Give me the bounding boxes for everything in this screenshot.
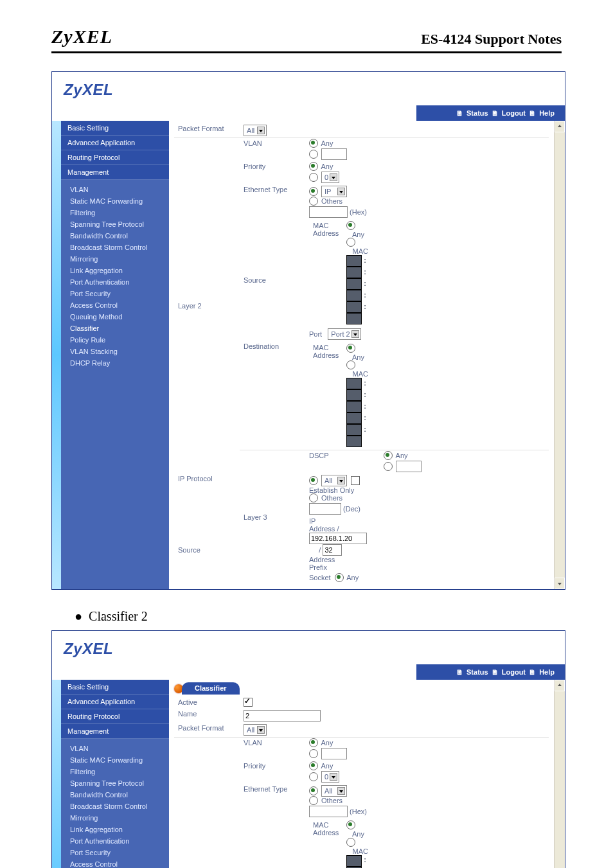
- vlan-id-radio2[interactable]: [309, 749, 318, 758]
- source-label2: Source: [240, 819, 305, 868]
- sidebar-sub-vlan[interactable]: VLAN: [61, 184, 169, 195]
- priority-select2[interactable]: 0: [321, 771, 339, 783]
- scroll-up-button-2[interactable]: [555, 680, 565, 691]
- src-mac-input[interactable]: :::::: [346, 256, 368, 322]
- sidebar-item-management[interactable]: Management: [61, 165, 169, 180]
- pf-select2[interactable]: All: [244, 724, 267, 736]
- eth-other-radio[interactable]: [309, 197, 318, 206]
- scroll-up-button[interactable]: [555, 121, 565, 132]
- ipp-all-radio[interactable]: [309, 476, 318, 485]
- sidebar-item-advanced-2[interactable]: Advanced Application: [61, 695, 169, 709]
- sidebar-sub-filter[interactable]: Filtering: [61, 207, 169, 218]
- header-links: 🗎 Status 🗎 Logout 🗎 Help: [416, 105, 565, 121]
- sidebar-item-management-2[interactable]: Management: [61, 724, 169, 739]
- vertical-scrollbar[interactable]: [554, 121, 565, 589]
- pri-val-radio2[interactable]: [309, 772, 318, 781]
- sidebar-sub-linkagg[interactable]: Link Aggregation: [61, 265, 169, 276]
- sb2-stp[interactable]: Spanning Tree Protocol: [61, 777, 169, 789]
- src-prefix-input[interactable]: [323, 544, 342, 556]
- status-link[interactable]: 🗎 Status: [456, 109, 488, 117]
- sidebar-sub-portauth[interactable]: Port Authentication: [61, 276, 169, 288]
- packet-format-select[interactable]: All: [244, 125, 267, 136]
- sidebar-item-basic-2[interactable]: Basic Setting: [61, 680, 169, 695]
- logout-link[interactable]: 🗎 Logout: [492, 109, 526, 117]
- ipp-other-radio[interactable]: [309, 493, 318, 502]
- sidebar-sub-policy[interactable]: Policy Rule: [61, 334, 169, 346]
- sb2-access[interactable]: Access Control: [61, 858, 169, 868]
- sb2-filter[interactable]: Filtering: [61, 766, 169, 777]
- sidebar-sub-mirror[interactable]: Mirroring: [61, 253, 169, 265]
- eth-all-radio2[interactable]: [309, 786, 318, 795]
- sidebar-sub-bw[interactable]: Bandwidth Control: [61, 230, 169, 242]
- sb2-mirror[interactable]: Mirroring: [61, 812, 169, 824]
- sb2-vlan[interactable]: VLAN: [61, 743, 169, 754]
- sb2-linkagg[interactable]: Link Aggregation: [61, 824, 169, 835]
- scroll-down-button[interactable]: [555, 578, 565, 589]
- dscp-any-radio[interactable]: [384, 451, 393, 460]
- dscp-val-radio[interactable]: [384, 462, 393, 471]
- dscp-label: DSCP: [305, 450, 380, 474]
- side-stripe-2: [52, 680, 61, 868]
- ipp-other-input[interactable]: [309, 503, 341, 515]
- pri-any-radio[interactable]: [309, 162, 318, 171]
- help-link-2[interactable]: 🗎 Help: [529, 668, 555, 676]
- eth-ip-radio[interactable]: [309, 187, 318, 196]
- sidebar-sub-queue[interactable]: Queuing Method: [61, 311, 169, 323]
- sb2-portsec[interactable]: Port Security: [61, 847, 169, 858]
- eth-other-input2[interactable]: [309, 806, 348, 817]
- vlan-any-radio[interactable]: [309, 139, 318, 148]
- src-mac-radio[interactable]: [346, 238, 355, 247]
- eth-select[interactable]: IP: [321, 186, 347, 197]
- eth-other-radio2[interactable]: [309, 796, 318, 805]
- classifier-tab[interactable]: Classifier: [182, 682, 240, 695]
- active-check[interactable]: [244, 698, 253, 707]
- pri-val-radio[interactable]: [309, 173, 318, 182]
- src-mac-radio2[interactable]: [346, 838, 355, 847]
- sidebar-sub-smac[interactable]: Static MAC Forwarding: [61, 195, 169, 207]
- ipp-select[interactable]: All: [321, 475, 347, 486]
- vlan-id-radio[interactable]: [309, 150, 318, 159]
- sidebar-sub-bcast[interactable]: Broadcast Storm Control: [61, 242, 169, 253]
- src-mac-any-radio[interactable]: [346, 221, 355, 230]
- vlan-any-radio2[interactable]: [309, 738, 318, 747]
- sb2-portauth[interactable]: Port Authentication: [61, 835, 169, 847]
- sidebar-sub-vlanstack[interactable]: VLAN Stacking: [61, 346, 169, 357]
- sidebar-sub-access[interactable]: Access Control: [61, 299, 169, 311]
- dscp-input[interactable]: [396, 461, 422, 472]
- name-input[interactable]: [244, 710, 321, 722]
- src-port-select[interactable]: Port 2: [328, 328, 360, 340]
- src-ip-input[interactable]: [309, 533, 367, 544]
- dst-mac-input[interactable]: :::::: [346, 379, 368, 445]
- vertical-scrollbar-2[interactable]: [554, 680, 565, 868]
- sidebar-item-routing-2[interactable]: Routing Protocol: [61, 709, 169, 724]
- layer3-label: Layer 3: [240, 450, 305, 584]
- sb2-smac[interactable]: Static MAC Forwarding: [61, 754, 169, 766]
- sidebar-item-basic[interactable]: Basic Setting: [61, 121, 169, 136]
- pri-any-radio2[interactable]: [309, 761, 318, 770]
- sidebar-sub-portsec[interactable]: Port Security: [61, 288, 169, 299]
- sidebar-sub-classifier[interactable]: Classifier: [61, 323, 169, 334]
- socket-any-radio[interactable]: [335, 573, 344, 582]
- sidebar-sub-stp[interactable]: Spanning Tree Protocol: [61, 218, 169, 230]
- vlan-label: VLAN: [240, 138, 305, 162]
- src-mac-input2[interactable]: :::::: [346, 856, 368, 868]
- bullet-classifier2: ●Classifier 2: [75, 609, 562, 624]
- vlan-id-input2[interactable]: [321, 748, 347, 759]
- vlan-id-input[interactable]: [321, 148, 347, 160]
- help-link[interactable]: 🗎 Help: [529, 109, 555, 117]
- priority-select[interactable]: 0: [321, 172, 339, 183]
- estonly-check[interactable]: [351, 476, 360, 485]
- eth-select2[interactable]: All: [321, 785, 347, 797]
- form-area-2: Classifier Active Name Packet Format All: [169, 680, 554, 868]
- sb2-bcast[interactable]: Broadcast Storm Control: [61, 801, 169, 812]
- sidebar-item-advanced[interactable]: Advanced Application: [61, 136, 169, 150]
- logout-link-2[interactable]: 🗎 Logout: [492, 668, 526, 676]
- status-link-2[interactable]: 🗎 Status: [456, 668, 488, 676]
- sb2-bw[interactable]: Bandwidth Control: [61, 789, 169, 801]
- sidebar-item-routing[interactable]: Routing Protocol: [61, 150, 169, 165]
- eth-other-input[interactable]: [309, 206, 348, 218]
- src-mac-any-radio2[interactable]: [346, 820, 355, 829]
- sidebar-sub-dhcp[interactable]: DHCP Relay: [61, 357, 169, 369]
- dst-mac-radio[interactable]: [346, 360, 355, 369]
- dst-mac-any-radio[interactable]: [346, 344, 355, 353]
